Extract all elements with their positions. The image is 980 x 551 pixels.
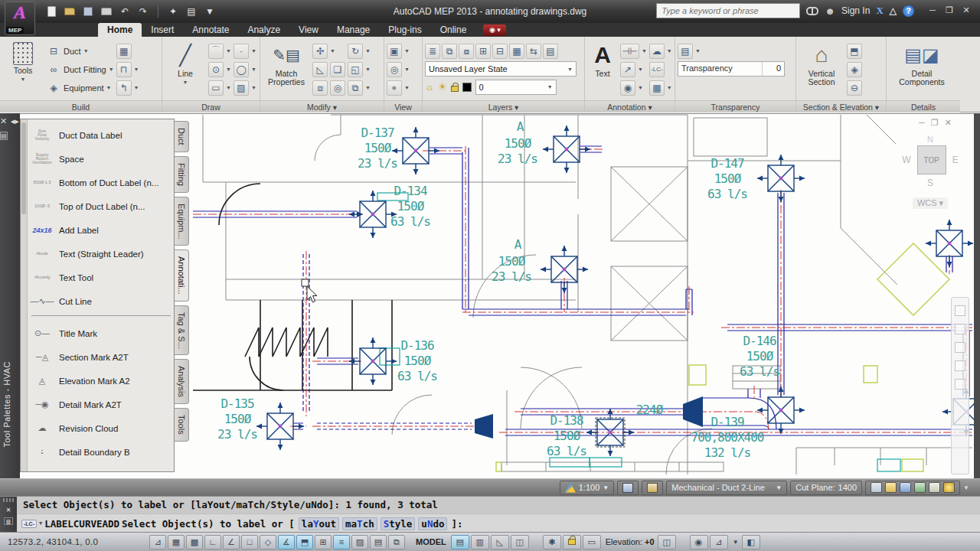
elbow-tool-button[interactable]: ↰ [116,80,132,96]
navigation-bar[interactable] [951,297,969,474]
palette-properties-icon[interactable]: ▤ [0,132,8,140]
draw-panel-label[interactable]: Draw [162,100,260,112]
help-icon[interactable]: ? [903,5,914,17]
print-button[interactable] [100,5,113,18]
layout-button[interactable]: ◫ [511,535,529,549]
viewcube-west[interactable]: W [902,155,910,165]
showmotion-icon[interactable] [955,379,965,390]
dwg-minimize-button[interactable]: ─ [919,118,925,128]
layer-state-dropdown[interactable]: Unsaved Layer State▼ [425,61,577,77]
palette-item[interactable]: Detail Boundary B [30,442,172,461]
3d-move-button[interactable]: ⧈ [312,80,328,96]
palette-item[interactable]: 24x16Add Label [30,220,172,240]
palette-tab-duct[interactable]: Duct [175,121,189,152]
command-properties-icon[interactable]: ▤ [4,517,13,525]
palette-tab-analysis[interactable]: Analysis [175,359,189,404]
build-panel-label[interactable]: Build [0,100,162,112]
drawing-canvas[interactable]: D-137 150Ø 23 l/sA150Ø 23 l/sD-134 150Ø … [193,113,974,478]
layer-off-button[interactable]: ⊟ [492,44,508,59]
3d-rotate-button[interactable]: ◎ [330,80,345,96]
line-button[interactable]: ╱ Line▼ [165,39,206,99]
search-input[interactable] [656,3,800,18]
duct-fitting-dropdown[interactable]: ▼ [109,67,114,72]
details-panel-label[interactable]: Details [887,100,960,112]
selection-cycling-toggle[interactable]: ⧉ [388,535,405,549]
palette-item[interactable]: 100Ø-.5Top of Duct Label (n... [30,197,172,216]
pan-icon[interactable] [955,324,965,334]
equipment-dropdown[interactable]: ▼ [106,85,112,90]
palette-scrollbar[interactable] [21,119,28,471]
isolate-objects-button[interactable]: ◉ [690,535,708,549]
current-layer-dropdown[interactable]: 0▼ [475,80,557,95]
workspace-button[interactable]: ✦ [166,5,180,18]
move-button[interactable]: ✣ [312,44,328,59]
section-panel-label[interactable]: Section & Elevation ▾ [796,100,886,112]
table-button[interactable]: ▦ [649,80,665,96]
viewcube-north[interactable]: N [886,135,974,144]
autoscale-button[interactable] [642,481,663,495]
surface-hatch-toggle-icon[interactable] [871,482,882,493]
viewcube-wcs-menu[interactable]: WCS ▾ [913,197,948,209]
cut-plane-control[interactable]: Cut Plane: 1400 [790,481,862,495]
duct-custom-button[interactable]: ⊓ [116,62,132,77]
palette-item[interactable]: AbcdeText (Straight Leader) [30,244,172,263]
palette-item[interactable]: Supply Return VentilationSpace [30,149,172,168]
dimension-button[interactable]: ⊣⊢ [620,44,639,59]
minimize-button[interactable]: ─ [925,5,940,17]
command-window[interactable]: ✕ ▤ Select Object(s) to label or [laYout… [0,496,980,532]
coordinates-readout[interactable]: 12573.2, 43104.1, 0.0 [8,537,149,546]
palette-item[interactable]: ─◬Section Mark A2T [30,347,172,367]
dwg-restore-button[interactable]: ❐ [931,118,939,128]
drawing-status-menu-arrow[interactable]: ▼ [963,484,969,491]
restore-button[interactable]: ❐ [942,5,957,17]
duct-button[interactable]: Duct [64,47,81,56]
clipboard-icon[interactable] [929,482,940,493]
horizontal-section-button[interactable]: ⬒ [847,44,862,59]
ellipse-button[interactable]: ◯ [234,62,249,77]
layer-previous-button[interactable]: ▤ [543,44,558,59]
save-button[interactable] [81,5,95,18]
match-properties-button[interactable]: ✎▤ Match Properties [263,39,310,99]
polar-tracking-toggle[interactable]: ∠ [223,535,240,549]
toolbar-lock-icon[interactable] [563,535,581,549]
3d-object-snap-toggle[interactable]: ◇ [260,535,276,549]
aec-project-icon[interactable] [914,482,926,493]
zoom-icon[interactable] [955,342,965,353]
quick-properties-toggle[interactable]: ▤ [370,535,387,549]
text-button[interactable]: A Text [587,39,618,99]
rectangle-button[interactable]: ▭ [208,80,224,96]
layer-on-icon[interactable]: ☼ [425,81,434,93]
infer-constraints-toggle[interactable]: ⊿ [149,535,166,549]
palette-item[interactable]: ─◉Detail Mark A2T [30,395,172,414]
duct-dropdown[interactable]: ▼ [83,48,89,54]
tab-analyze[interactable]: Analyze [238,23,289,37]
3d-views-button[interactable]: ▣ [387,44,402,59]
detail-components-button[interactable]: ▤◪ Detail Components [889,39,955,99]
hardware-acceleration-icon[interactable]: ▭ [583,535,601,549]
palette-tab-tools[interactable]: Tools [175,408,189,442]
palette-tab-annotati[interactable]: Annotati... [175,249,189,302]
open-file-button[interactable] [63,5,77,18]
layer-properties-button[interactable]: ≣ [425,44,440,59]
palette-tab-tags[interactable]: Tag & S... [175,305,189,356]
object-snap-toggle[interactable]: □ [241,535,258,549]
full-navigation-wheel-icon[interactable] [955,305,965,316]
command-grip[interactable] [3,498,14,502]
visual-styles-button[interactable]: ◎ [387,62,402,77]
multileader-button[interactable]: ◉ [620,80,635,96]
layer-match-button[interactable]: ⇆ [526,44,541,59]
tab-online[interactable]: Online [431,23,476,37]
tab-view[interactable]: View [289,23,328,37]
arc-button[interactable]: ⌒ [208,44,224,59]
orbit-icon[interactable] [955,360,965,371]
dynamic-ucs-toggle[interactable]: ⬒ [296,535,313,549]
tab-home[interactable]: Home [98,23,142,37]
circle-button[interactable]: ⊙ [208,62,224,77]
workspace-switching-gear-icon[interactable]: ✱ [543,535,561,549]
layer-thaw-icon[interactable]: ☀ [438,81,447,93]
viewcube-top-face[interactable]: TOP [917,145,946,174]
search-icon[interactable] [806,7,818,15]
layer-freeze-button[interactable]: ⊞ [475,44,491,59]
copy-button[interactable]: ❏ [330,62,345,77]
palette-close-icon[interactable]: ✕ [0,116,7,126]
